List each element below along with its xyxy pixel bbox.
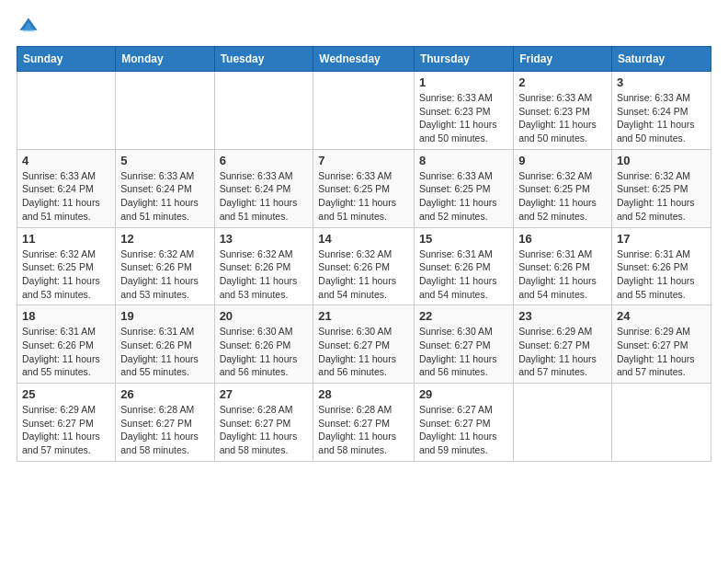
day-info: Sunrise: 6:32 AMSunset: 6:26 PMDaylight:…	[318, 247, 409, 302]
day-number: 11	[22, 232, 110, 246]
calendar-week-2: 11Sunrise: 6:32 AMSunset: 6:25 PMDayligh…	[17, 227, 711, 305]
day-number: 19	[120, 309, 209, 323]
calendar-cell	[116, 72, 214, 150]
calendar-cell: 18Sunrise: 6:31 AMSunset: 6:26 PMDayligh…	[17, 305, 116, 384]
calendar-week-0: 1Sunrise: 6:33 AMSunset: 6:23 PMDaylight…	[17, 72, 711, 150]
day-number: 5	[120, 154, 209, 167]
day-number: 4	[22, 154, 110, 167]
day-number: 28	[318, 387, 409, 401]
day-number: 13	[220, 232, 309, 246]
day-number: 23	[518, 309, 607, 323]
day-number: 3	[617, 75, 706, 89]
calendar-cell: 17Sunrise: 6:31 AMSunset: 6:26 PMDayligh…	[611, 227, 711, 305]
calendar-cell: 16Sunrise: 6:31 AMSunset: 6:26 PMDayligh…	[514, 227, 612, 305]
day-number: 17	[617, 232, 706, 246]
calendar-cell: 2Sunrise: 6:33 AMSunset: 6:23 PMDaylight…	[514, 72, 612, 150]
day-number: 24	[617, 309, 706, 323]
calendar-cell: 11Sunrise: 6:32 AMSunset: 6:25 PMDayligh…	[17, 227, 116, 305]
day-number: 26	[120, 387, 209, 401]
calendar-cell: 19Sunrise: 6:31 AMSunset: 6:26 PMDayligh…	[116, 305, 214, 384]
day-info: Sunrise: 6:33 AMSunset: 6:24 PMDaylight:…	[22, 169, 110, 224]
day-number: 22	[419, 309, 508, 323]
calendar-cell	[611, 384, 711, 462]
calendar-cell: 1Sunrise: 6:33 AMSunset: 6:23 PMDaylight…	[414, 72, 513, 150]
weekday-header-saturday: Saturday	[611, 47, 711, 72]
calendar-cell: 3Sunrise: 6:33 AMSunset: 6:24 PMDaylight…	[611, 72, 711, 150]
weekday-header-thursday: Thursday	[414, 47, 513, 72]
day-info: Sunrise: 6:32 AMSunset: 6:25 PMDaylight:…	[22, 247, 110, 302]
day-number: 9	[518, 154, 607, 167]
day-info: Sunrise: 6:28 AMSunset: 6:27 PMDaylight:…	[318, 403, 409, 457]
logo-icon	[18, 17, 39, 37]
day-info: Sunrise: 6:32 AMSunset: 6:26 PMDaylight:…	[220, 247, 309, 302]
weekday-header-tuesday: Tuesday	[214, 47, 313, 72]
calendar-week-3: 18Sunrise: 6:31 AMSunset: 6:26 PMDayligh…	[17, 305, 711, 384]
day-info: Sunrise: 6:33 AMSunset: 6:24 PMDaylight:…	[220, 169, 309, 224]
day-number: 2	[518, 75, 607, 89]
logo	[17, 17, 40, 37]
day-info: Sunrise: 6:29 AMSunset: 6:27 PMDaylight:…	[518, 325, 607, 379]
day-info: Sunrise: 6:33 AMSunset: 6:23 PMDaylight:…	[419, 91, 508, 145]
day-info: Sunrise: 6:30 AMSunset: 6:27 PMDaylight:…	[419, 325, 508, 379]
day-info: Sunrise: 6:33 AMSunset: 6:24 PMDaylight:…	[617, 91, 706, 145]
day-number: 14	[318, 232, 409, 246]
day-number: 15	[419, 232, 508, 246]
page: SundayMondayTuesdayWednesdayThursdayFrid…	[0, 0, 728, 563]
calendar-cell: 26Sunrise: 6:28 AMSunset: 6:27 PMDayligh…	[116, 384, 214, 462]
calendar-header-row: SundayMondayTuesdayWednesdayThursdayFrid…	[17, 47, 711, 72]
day-number: 25	[22, 387, 110, 401]
day-number: 12	[120, 232, 209, 246]
day-info: Sunrise: 6:29 AMSunset: 6:27 PMDaylight:…	[22, 403, 110, 457]
day-info: Sunrise: 6:28 AMSunset: 6:27 PMDaylight:…	[220, 403, 309, 457]
calendar-cell: 14Sunrise: 6:32 AMSunset: 6:26 PMDayligh…	[313, 227, 415, 305]
day-info: Sunrise: 6:31 AMSunset: 6:26 PMDaylight:…	[120, 325, 209, 379]
calendar-cell: 15Sunrise: 6:31 AMSunset: 6:26 PMDayligh…	[414, 227, 513, 305]
day-info: Sunrise: 6:33 AMSunset: 6:24 PMDaylight:…	[120, 169, 209, 224]
day-info: Sunrise: 6:30 AMSunset: 6:26 PMDaylight:…	[220, 325, 309, 379]
calendar-cell: 29Sunrise: 6:27 AMSunset: 6:27 PMDayligh…	[414, 384, 513, 462]
calendar-cell	[313, 72, 415, 150]
day-info: Sunrise: 6:32 AMSunset: 6:25 PMDaylight:…	[518, 169, 607, 224]
calendar-cell: 25Sunrise: 6:29 AMSunset: 6:27 PMDayligh…	[17, 384, 116, 462]
calendar-cell	[514, 384, 612, 462]
calendar-cell: 21Sunrise: 6:30 AMSunset: 6:27 PMDayligh…	[313, 305, 415, 384]
weekday-header-sunday: Sunday	[17, 47, 116, 72]
header	[17, 17, 711, 37]
calendar-week-4: 25Sunrise: 6:29 AMSunset: 6:27 PMDayligh…	[17, 384, 711, 462]
day-info: Sunrise: 6:30 AMSunset: 6:27 PMDaylight:…	[318, 325, 409, 379]
day-info: Sunrise: 6:27 AMSunset: 6:27 PMDaylight:…	[419, 403, 508, 457]
day-number: 6	[220, 154, 309, 167]
weekday-header-monday: Monday	[116, 47, 214, 72]
day-number: 27	[220, 387, 309, 401]
day-number: 20	[220, 309, 309, 323]
calendar-cell: 7Sunrise: 6:33 AMSunset: 6:25 PMDaylight…	[313, 149, 415, 227]
calendar-cell: 13Sunrise: 6:32 AMSunset: 6:26 PMDayligh…	[214, 227, 313, 305]
calendar-cell: 22Sunrise: 6:30 AMSunset: 6:27 PMDayligh…	[414, 305, 513, 384]
calendar-cell: 4Sunrise: 6:33 AMSunset: 6:24 PMDaylight…	[17, 149, 116, 227]
calendar-cell	[214, 72, 313, 150]
calendar-cell: 6Sunrise: 6:33 AMSunset: 6:24 PMDaylight…	[214, 149, 313, 227]
calendar-cell: 5Sunrise: 6:33 AMSunset: 6:24 PMDaylight…	[116, 149, 214, 227]
day-number: 16	[518, 232, 607, 246]
day-number: 21	[318, 309, 409, 323]
weekday-header-friday: Friday	[514, 47, 612, 72]
calendar-cell: 10Sunrise: 6:32 AMSunset: 6:25 PMDayligh…	[611, 149, 711, 227]
day-info: Sunrise: 6:32 AMSunset: 6:25 PMDaylight:…	[617, 169, 706, 224]
calendar-week-1: 4Sunrise: 6:33 AMSunset: 6:24 PMDaylight…	[17, 149, 711, 227]
calendar-cell	[17, 72, 116, 150]
day-number: 29	[419, 387, 508, 401]
day-info: Sunrise: 6:31 AMSunset: 6:26 PMDaylight:…	[617, 247, 706, 302]
day-info: Sunrise: 6:29 AMSunset: 6:27 PMDaylight:…	[617, 325, 706, 379]
calendar-cell: 8Sunrise: 6:33 AMSunset: 6:25 PMDaylight…	[414, 149, 513, 227]
day-number: 8	[419, 154, 508, 167]
day-info: Sunrise: 6:28 AMSunset: 6:27 PMDaylight:…	[120, 403, 209, 457]
day-number: 7	[318, 154, 409, 167]
day-info: Sunrise: 6:33 AMSunset: 6:23 PMDaylight:…	[518, 91, 607, 145]
day-number: 18	[22, 309, 110, 323]
day-info: Sunrise: 6:31 AMSunset: 6:26 PMDaylight:…	[518, 247, 607, 302]
calendar-cell: 24Sunrise: 6:29 AMSunset: 6:27 PMDayligh…	[611, 305, 711, 384]
day-info: Sunrise: 6:32 AMSunset: 6:26 PMDaylight:…	[120, 247, 209, 302]
calendar-cell: 20Sunrise: 6:30 AMSunset: 6:26 PMDayligh…	[214, 305, 313, 384]
day-number: 10	[617, 154, 706, 167]
day-info: Sunrise: 6:33 AMSunset: 6:25 PMDaylight:…	[318, 169, 409, 224]
